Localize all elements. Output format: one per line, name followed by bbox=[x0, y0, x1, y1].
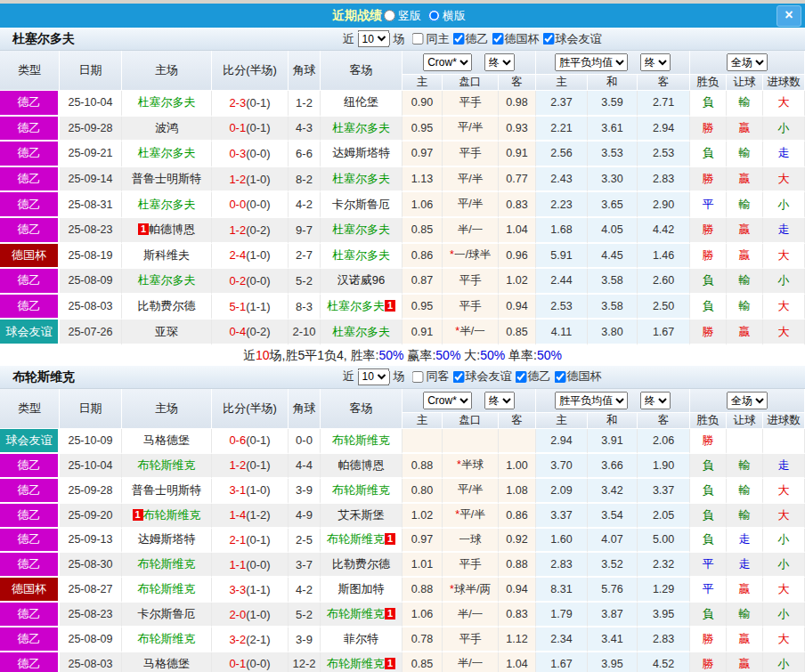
away-team-name[interactable]: 布轮斯维克 bbox=[327, 532, 385, 546]
league-filter-checkbox[interactable] bbox=[492, 33, 504, 45]
away-team-name[interactable]: 布轮斯维克 bbox=[332, 433, 390, 447]
odds-source-select[interactable]: Crow* bbox=[423, 392, 472, 409]
home-team-name[interactable]: 帕德博恩 bbox=[149, 223, 195, 236]
result-handicap-result: 輸 bbox=[727, 295, 763, 320]
home-team-name[interactable]: 杜塞尔多夫 bbox=[138, 146, 196, 159]
result-wdl: 負 bbox=[690, 529, 727, 554]
away-team-name[interactable]: 达姆斯塔特 bbox=[332, 146, 390, 159]
vertical-layout-option[interactable]: 竖版 bbox=[384, 8, 421, 24]
league-badge: 德乙 bbox=[0, 167, 60, 193]
home-team-name[interactable]: 布轮斯维克 bbox=[138, 632, 196, 645]
home-team-name[interactable]: 比勒费尔德 bbox=[138, 299, 196, 312]
away-team-name[interactable]: 布轮斯维克 bbox=[327, 607, 385, 620]
home-team-name[interactable]: 普鲁士明斯特 bbox=[132, 172, 201, 185]
away-team-name[interactable]: 斯图加特 bbox=[338, 582, 385, 595]
result-goals-result: 大 bbox=[763, 167, 805, 193]
match-date: 25-08-03 bbox=[60, 295, 122, 320]
away-team-name[interactable]: 布轮斯维克 bbox=[332, 483, 390, 497]
home-team-name[interactable]: 杜塞尔多夫 bbox=[138, 198, 196, 211]
league-filter-checkbox[interactable] bbox=[453, 371, 465, 383]
same-venue-label: 同主 bbox=[427, 31, 450, 47]
away-team: 杜塞尔多夫 bbox=[321, 117, 402, 142]
full-match-select[interactable]: 全场 bbox=[727, 392, 768, 409]
same-venue-checkbox[interactable] bbox=[412, 33, 424, 45]
halftime-score: (1-0) bbox=[246, 483, 270, 497]
corner: 6-6 bbox=[289, 142, 321, 167]
league-filter[interactable]: 德国杯 bbox=[553, 368, 602, 385]
games-count-select[interactable]: 10 bbox=[358, 30, 390, 47]
summary-segment: 50% bbox=[379, 348, 404, 362]
away-team-name[interactable]: 比勒费尔德 bbox=[332, 557, 390, 571]
horizontal-layout-option[interactable]: 横版 bbox=[428, 8, 466, 24]
away-team-name[interactable]: 菲尔特 bbox=[344, 632, 378, 645]
home-team-name[interactable]: 达姆斯塔特 bbox=[138, 532, 196, 546]
result-goals-result: 大 bbox=[763, 578, 805, 603]
away-team-name[interactable]: 帕德博恩 bbox=[338, 458, 385, 472]
full-match-select[interactable]: 全场 bbox=[727, 53, 768, 71]
avg-draw: 3.58 bbox=[588, 269, 638, 295]
close-button[interactable]: × bbox=[777, 5, 801, 27]
league-filter[interactable]: 球会友谊 bbox=[451, 368, 512, 385]
fulltime-score: 1-2 bbox=[229, 458, 246, 472]
league-badge: 德乙 bbox=[0, 479, 60, 504]
home-team-name[interactable]: 马格德堡 bbox=[143, 657, 190, 670]
home-team-name[interactable]: 卡尔斯鲁厄 bbox=[138, 607, 196, 620]
home-team-name[interactable]: 杜塞尔多夫 bbox=[138, 273, 196, 287]
home-team-name[interactable]: 布轮斯维克 bbox=[138, 582, 196, 595]
home-team-name[interactable]: 斯科维夫 bbox=[143, 248, 190, 262]
table-row: 德乙25-08-03马格德堡0-1(0-0)12-2布轮斯维克10.85半/一1… bbox=[0, 652, 805, 672]
home-team-name[interactable]: 普鲁士明斯特 bbox=[132, 483, 201, 497]
away-team-name[interactable]: 汉诺威96 bbox=[337, 273, 385, 287]
away-team-name[interactable]: 布轮斯维克 bbox=[327, 657, 385, 670]
horizontal-layout-radio[interactable] bbox=[428, 10, 440, 21]
away-team-name[interactable]: 杜塞尔多夫 bbox=[332, 172, 390, 185]
league-filter[interactable]: 德国杯 bbox=[491, 31, 540, 47]
odds-home: 0.87 bbox=[402, 269, 443, 295]
league-filter-checkbox[interactable] bbox=[453, 33, 465, 45]
final-odds-select[interactable]: 终 bbox=[640, 53, 671, 71]
final-odds-select[interactable]: 终 bbox=[484, 392, 515, 409]
fulltime-score: 3-1 bbox=[229, 483, 246, 497]
league-filter-label: 德乙 bbox=[528, 368, 551, 385]
vertical-layout-radio[interactable] bbox=[384, 10, 395, 21]
away-team-name[interactable]: 杜塞尔多夫 bbox=[332, 121, 390, 134]
same-venue-checkbox[interactable] bbox=[412, 371, 424, 383]
league-filter[interactable]: 德乙 bbox=[514, 368, 551, 385]
odds-away: 0.94 bbox=[499, 295, 536, 320]
league-filter-checkbox[interactable] bbox=[516, 371, 527, 383]
home-team-name[interactable]: 布轮斯维克 bbox=[138, 458, 196, 472]
home-team-name[interactable]: 杜塞尔多夫 bbox=[138, 95, 196, 109]
home-team-name[interactable]: 布轮斯维克 bbox=[143, 508, 201, 522]
final-odds-select[interactable]: 终 bbox=[640, 392, 671, 409]
col-goals: 进球数 bbox=[763, 75, 805, 91]
home-team-name[interactable]: 亚琛 bbox=[155, 325, 178, 338]
avg-odds-select[interactable]: 胜平负均值 bbox=[555, 53, 628, 71]
away-team-name[interactable]: 纽伦堡 bbox=[344, 95, 378, 109]
record-summary: 近10场,胜5平1负4, 胜率:50% 赢率:50% 大:50% 单率:50% bbox=[0, 345, 805, 366]
league-filter-checkbox[interactable] bbox=[543, 33, 555, 45]
score: 2-1(0-1) bbox=[212, 529, 289, 554]
away-team-name[interactable]: 杜塞尔多夫 bbox=[332, 325, 390, 338]
result-goals-result: 小 bbox=[763, 269, 805, 295]
home-team-name[interactable]: 波鸿 bbox=[155, 121, 178, 134]
avg-home: 2.94 bbox=[536, 429, 588, 454]
home-team-name[interactable]: 布轮斯维克 bbox=[138, 557, 196, 571]
fulltime-score: 3-2 bbox=[229, 633, 246, 646]
avg-draw: 3.53 bbox=[588, 142, 638, 167]
final-odds-select[interactable]: 终 bbox=[484, 53, 515, 71]
league-filter[interactable]: 德乙 bbox=[451, 31, 489, 47]
home-team-name[interactable]: 马格德堡 bbox=[143, 433, 190, 447]
league-filter[interactable]: 球会友谊 bbox=[541, 31, 602, 47]
away-team-name[interactable]: 杜塞尔多夫 bbox=[332, 248, 390, 262]
away-team-name[interactable]: 艾禾斯堡 bbox=[338, 508, 385, 522]
odds-source-select[interactable]: Crow* bbox=[423, 53, 472, 71]
table-row: 球会友谊25-10-09马格德堡0-6(0-1)0-0布轮斯维克2.943.91… bbox=[0, 429, 805, 454]
avg-odds-select[interactable]: 胜平负均值 bbox=[555, 392, 628, 409]
away-team-name[interactable]: 卡尔斯鲁厄 bbox=[332, 198, 390, 211]
corner: 2-7 bbox=[289, 244, 321, 270]
away-team-name[interactable]: 杜塞尔多夫 bbox=[327, 299, 385, 312]
league-filter-checkbox[interactable] bbox=[555, 371, 566, 383]
away-team-name[interactable]: 杜塞尔多夫 bbox=[332, 223, 390, 236]
games-count-select[interactable]: 10 bbox=[358, 368, 390, 385]
score: 0-2(0-0) bbox=[212, 269, 289, 295]
